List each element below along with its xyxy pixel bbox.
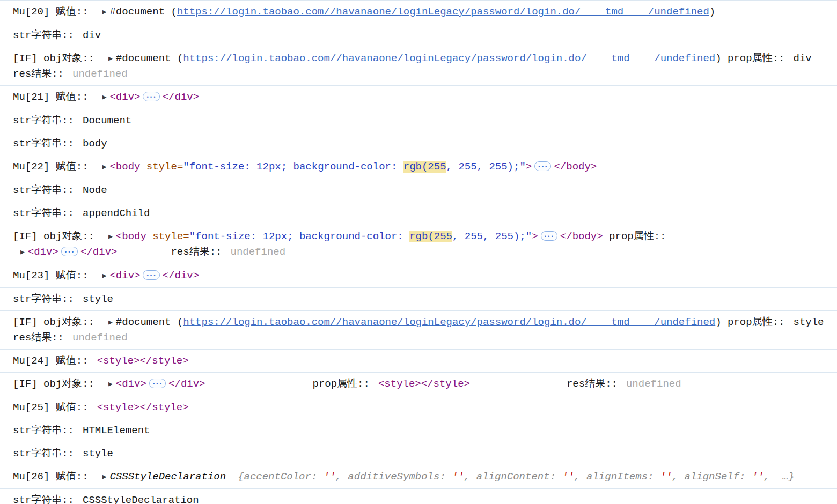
log-label: Mu[22] 赋值::	[13, 161, 89, 173]
spacer	[103, 239, 108, 239]
html-tag: <div>	[109, 270, 140, 281]
log-line: Mu[24] 赋值::<style></style>	[13, 353, 837, 368]
expand-arrow-icon[interactable]: ▶	[102, 93, 107, 101]
expand-arrow-icon[interactable]: ▶	[102, 272, 107, 280]
document-url-link[interactable]: https://login.taobao.com//havanaone/logi…	[177, 6, 709, 18]
log-label: str字符串::	[13, 138, 74, 150]
log-line: Mu[21] 赋值::▶<div></div>	[13, 90, 837, 105]
document-url-link[interactable]: https://login.taobao.com//havanaone/logi…	[183, 316, 715, 328]
string-value: ''	[752, 471, 764, 483]
log-line: Mu[26] 赋值::▶CSSStyleDeclaration{accentCo…	[13, 469, 837, 485]
log-label: str字符串::	[13, 29, 74, 41]
undefined-value: undefined	[72, 332, 128, 344]
html-tag: </body>	[554, 161, 597, 173]
attr-value: "font-size: 12px; background-color:	[189, 231, 409, 242]
log-label: prop属性::	[609, 231, 666, 242]
log-text: body	[83, 138, 107, 150]
log-line: str字符串::appendChild	[13, 206, 837, 221]
object-preview-text: , alignContent:	[464, 471, 562, 483]
log-line: res结果::undefined	[13, 66, 837, 81]
expand-arrow-icon[interactable]: ▶	[108, 233, 113, 241]
log-label: prop属性::	[728, 316, 784, 328]
html-tag: <div>	[28, 246, 58, 258]
html-tag: <body	[109, 161, 140, 173]
log-label: str字符串::	[13, 494, 74, 504]
log-text: appendChild	[83, 207, 150, 219]
html-tag: </div>	[80, 246, 117, 258]
log-text: div	[83, 29, 101, 41]
log-line: [IF] obj对象::▶#document (https://login.ta…	[13, 51, 837, 66]
attr-name: style=	[146, 231, 189, 242]
ellipsis-expand-button[interactable]	[61, 247, 78, 256]
expand-arrow-icon[interactable]: ▶	[102, 473, 107, 481]
log-label: str字符串::	[13, 425, 74, 436]
html-tag: <div>	[116, 378, 146, 390]
ellipsis-expand-button[interactable]	[143, 270, 159, 280]
log-label: Mu[24] 赋值::	[13, 355, 89, 367]
console-log-entry: Mu[21] 赋值::▶<div></div>	[0, 85, 837, 109]
log-line: str字符串::div	[13, 28, 837, 43]
expand-arrow-icon[interactable]: ▶	[20, 248, 25, 256]
spacer	[103, 386, 108, 387]
spacer	[97, 278, 102, 278]
console-log-entry: str字符串::HTMLElement	[0, 419, 837, 442]
log-label: Mu[20] 赋值::	[13, 6, 89, 18]
log-line: Mu[23] 赋值::▶<div></div>	[13, 268, 837, 284]
expand-arrow-icon[interactable]: ▶	[108, 380, 113, 388]
log-text: style	[83, 293, 113, 305]
log-label: str字符串::	[13, 293, 74, 305]
ellipsis-expand-button[interactable]	[149, 379, 166, 388]
undefined-value: undefined	[230, 246, 285, 258]
log-text: HTMLElement	[83, 425, 150, 436]
log-line: [IF] obj对象::▶<div></div>prop属性::<style><…	[13, 376, 837, 392]
log-text: )	[709, 6, 715, 18]
log-text: Document	[83, 115, 131, 127]
html-tag: <style></style>	[97, 355, 189, 367]
ellipsis-expand-button[interactable]	[143, 92, 159, 101]
expand-arrow-icon[interactable]: ▶	[102, 163, 107, 171]
string-value: ''	[562, 471, 574, 483]
log-label: res结果::	[13, 68, 64, 80]
console-log-entry: Mu[24] 赋值::<style></style>	[0, 349, 837, 372]
spacer	[103, 61, 108, 61]
spacer	[103, 324, 108, 325]
console-log-entry: [IF] obj对象::▶<body style="font-size: 12p…	[0, 225, 837, 264]
html-tag: <div>	[109, 91, 140, 103]
log-label: Mu[26] 赋值::	[13, 471, 89, 483]
log-text: )	[715, 316, 728, 328]
expand-arrow-icon[interactable]: ▶	[102, 8, 107, 16]
console-log-entry: str字符串::body	[0, 132, 837, 155]
log-text: CSSStyleDeclaration	[83, 494, 199, 504]
log-label: str字符串::	[13, 448, 74, 459]
console-log-entry: str字符串::Document	[0, 109, 837, 132]
string-value: ''	[660, 471, 672, 483]
log-line: str字符串::Document	[13, 113, 837, 128]
spacer	[470, 386, 567, 387]
expand-arrow-icon[interactable]: ▶	[108, 55, 113, 63]
document-url-link[interactable]: https://login.taobao.com//havanaone/logi…	[183, 53, 715, 64]
object-preview-text: , additiveSymbols:	[336, 471, 452, 483]
attr-value: , 255, 255);"	[452, 231, 532, 242]
log-line: str字符串::style	[13, 446, 837, 461]
log-line: [IF] obj对象::▶#document (https://login.ta…	[13, 315, 837, 330]
console-log-entry: str字符串::style	[0, 442, 837, 465]
html-tag: >	[526, 161, 532, 173]
log-label: [IF] obj对象::	[13, 316, 94, 328]
undefined-value: undefined	[72, 68, 128, 80]
console-output: Mu[20] 赋值::▶#document (https://login.tao…	[0, 0, 837, 504]
console-log-entry: str字符串::div	[0, 24, 837, 47]
html-tag: </div>	[168, 378, 205, 390]
expand-arrow-icon[interactable]: ▶	[108, 318, 113, 327]
spacer	[97, 479, 102, 479]
log-line: str字符串::HTMLElement	[13, 423, 837, 438]
html-tag: <style></style>	[97, 402, 189, 413]
console-log-entry: Mu[22] 赋值::▶<body style="font-size: 12px…	[0, 155, 837, 179]
log-label: prop属性::	[313, 378, 370, 390]
ellipsis-expand-button[interactable]	[534, 161, 551, 171]
log-label: Mu[21] 赋值::	[13, 91, 89, 103]
string-value: ''	[324, 471, 336, 483]
spacer	[13, 254, 20, 255]
console-log-entry: Mu[25] 赋值::<style></style>	[0, 396, 837, 419]
log-line: str字符串::Node	[13, 183, 837, 198]
ellipsis-expand-button[interactable]	[541, 231, 557, 241]
